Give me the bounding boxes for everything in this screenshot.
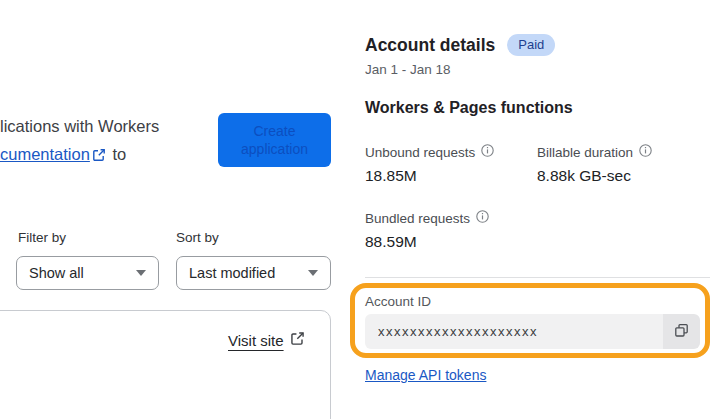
filter-by-label: Filter by <box>18 230 66 245</box>
sort-dropdown-value: Last modified <box>189 265 275 281</box>
metric-label-bundled-requests: Bundled requests <box>365 210 489 226</box>
workers-pages-dashboard: lications with Workers cumentation to Cr… <box>0 0 718 419</box>
intro-paragraph: lications with Workers cumentation to <box>0 112 215 170</box>
intro-text-line1: lications with Workers <box>0 117 159 135</box>
info-icon[interactable] <box>476 210 489 226</box>
manage-api-tokens-link[interactable]: Manage API tokens <box>365 367 486 383</box>
metric-label-unbound-requests: Unbound requests <box>365 144 494 160</box>
info-icon[interactable] <box>639 144 652 160</box>
metric-value-unbound-requests: 18.85M <box>365 167 417 185</box>
billing-date-range: Jan 1 - Jan 18 <box>365 62 451 77</box>
external-link-icon <box>92 142 106 170</box>
documentation-link[interactable]: cumentation <box>0 145 90 163</box>
intro-text-suffix: to <box>108 145 126 163</box>
visit-site-label: Visit site <box>228 332 284 349</box>
paid-plan-badge: Paid <box>507 34 555 56</box>
account-id-field-group <box>365 314 700 349</box>
filter-dropdown-value: Show all <box>29 265 84 281</box>
metric-value-bundled-requests: 88.59M <box>365 233 417 251</box>
section-divider <box>365 277 710 278</box>
account-id-label: Account ID <box>365 294 431 309</box>
account-id-input[interactable] <box>365 324 663 339</box>
create-application-button[interactable]: Create application <box>218 113 331 167</box>
info-icon[interactable] <box>481 144 494 160</box>
chevron-down-icon <box>308 270 318 276</box>
copy-icon <box>674 323 689 341</box>
sort-by-label: Sort by <box>176 230 219 245</box>
chevron-down-icon <box>136 270 146 276</box>
visit-site-link[interactable]: Visit site <box>228 331 305 349</box>
sort-dropdown[interactable]: Last modified <box>176 256 331 290</box>
copy-account-id-button[interactable] <box>663 314 700 349</box>
external-link-icon <box>290 331 305 349</box>
project-card <box>0 310 331 419</box>
account-details-title: Account details <box>365 35 495 56</box>
metric-value-billable-duration: 8.88k GB-sec <box>537 167 631 185</box>
filter-dropdown[interactable]: Show all <box>16 256 159 290</box>
metric-label-billable-duration: Billable duration <box>537 144 652 160</box>
functions-section-title: Workers & Pages functions <box>365 99 573 117</box>
